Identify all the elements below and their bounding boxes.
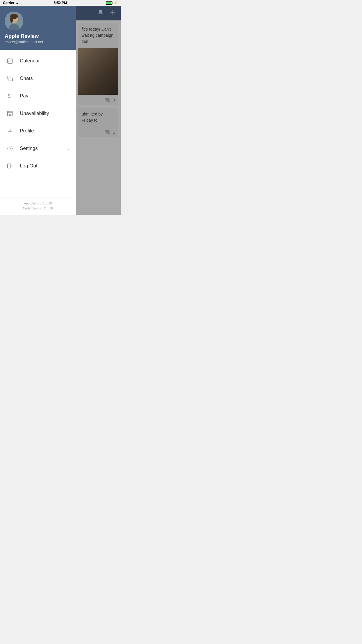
settings-label: Settings [20,146,66,151]
sidebar-item-calendar[interactable]: Calendar [0,52,76,70]
svg-rect-10 [8,61,9,62]
user-email: review@staffconnect.net [5,40,43,44]
charging-icon: ⚡ [113,1,118,5]
sidebar-item-pay[interactable]: $ Pay [0,87,76,105]
navigation-drawer: Apple Review review@staffconnect.net Cal… [0,6,76,215]
carrier-label: Carrier [3,1,14,5]
logout-icon [6,162,14,170]
avatar [5,12,23,30]
drawer-header: Apple Review review@staffconnect.net [0,6,76,50]
sidebar-item-unavailability[interactable]: Unavailability [0,105,76,122]
settings-chevron-icon: ⌄ [67,146,70,151]
code-version: Code Version: 2.0.10 [5,206,71,211]
wifi-icon: ▲ [15,1,19,5]
profile-label: Profile [20,128,66,134]
sidebar-item-logout[interactable]: Log Out [0,157,76,175]
calendar-label: Calendar [20,58,70,64]
battery-fill [106,2,111,4]
svg-point-5 [14,20,17,23]
svg-rect-14 [8,111,13,116]
svg-point-21 [9,148,11,149]
logout-label: Log Out [20,163,70,169]
svg-rect-12 [9,78,13,81]
profile-chevron-icon: ⌄ [67,129,70,133]
user-name: Apple Review [5,33,39,39]
drawer-menu: Calendar Chats $ [0,50,76,197]
status-bar: Carrier ▲ 5:52 PM ⚡ [0,0,121,6]
chats-label: Chats [20,76,70,81]
status-left: Carrier ▲ [3,1,19,5]
sidebar-item-chats[interactable]: Chats [0,70,76,87]
sidebar-item-settings[interactable]: Settings ⌄ [0,140,76,157]
status-time: 5:52 PM [54,1,67,5]
status-right: ⚡ [106,1,118,5]
pay-icon: $ [6,92,14,100]
svg-rect-11 [7,76,11,79]
unavailability-label: Unavailability [20,111,70,116]
pay-label: Pay [20,93,70,99]
app-version: App Version: 1.0.10 [5,201,71,206]
sidebar-item-profile[interactable]: Profile ⌄ [0,122,76,140]
svg-point-4 [10,16,13,23]
svg-rect-6 [8,59,13,64]
settings-icon [6,144,14,153]
profile-icon [6,127,14,135]
svg-rect-22 [8,164,11,168]
battery-icon [106,1,112,5]
svg-text:$: $ [8,93,10,99]
svg-point-20 [9,129,11,131]
drawer-footer: App Version: 1.0.10 Code Version: 2.0.10 [0,197,76,215]
unavailability-icon [6,109,14,118]
chats-icon [6,74,14,83]
calendar-icon [6,57,14,65]
